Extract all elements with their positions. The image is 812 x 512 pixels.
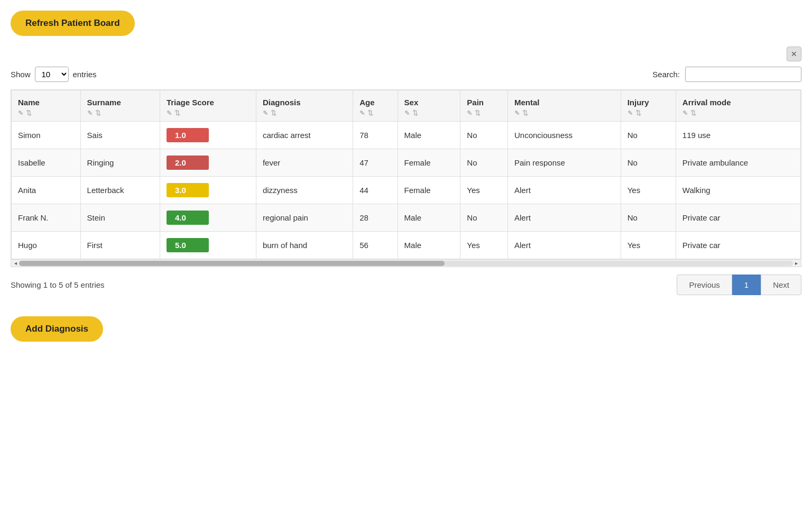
edit-icon-age[interactable]: ✎ [359,109,365,117]
sort-icon-diagnosis[interactable]: ⇅ [271,109,276,117]
col-header-diagnosis: Diagnosis ✎ ⇅ [256,90,353,122]
cell-injury: Yes [621,177,676,204]
search-label: Search: [652,70,680,79]
cell-mental: Unconciousness [508,122,621,149]
sort-icon-injury[interactable]: ⇅ [635,109,641,117]
triage-score-badge: 5.0 [167,238,209,252]
col-header-age: Age ✎ ⇅ [353,90,398,122]
entries-label: entries [73,70,97,79]
edit-icon-arrival[interactable]: ✎ [682,109,688,117]
scrollbar-thumb[interactable] [19,261,445,266]
cell-sex: Male [398,232,460,259]
close-icon: ✕ [791,50,797,58]
cell-arrival_mode: Private car [676,204,800,232]
sort-icon-sex[interactable]: ⇅ [412,109,418,117]
cell-surname: Sais [80,122,160,149]
cell-surname: Letterback [80,177,160,204]
cell-diagnosis: burn of hand [256,232,353,259]
cell-diagnosis: dizzyness [256,177,353,204]
sort-icon-surname[interactable]: ⇅ [95,109,101,117]
add-diagnosis-button[interactable]: Add Diagnosis [11,316,103,342]
search-area: Search: [652,67,801,82]
cell-pain: Yes [460,177,508,204]
triage-score-badge: 2.0 [167,156,209,170]
cell-arrival_mode: Private car [676,232,800,259]
page-1-button[interactable]: 1 [732,275,761,295]
patient-table-wrapper: Name ✎ ⇅ Surname ✎ ⇅ [11,89,801,267]
entries-select[interactable]: 10 25 50 100 [35,67,69,82]
cell-arrival_mode: 119 use [676,122,800,149]
sort-icon-age[interactable]: ⇅ [367,109,373,117]
scrollbar-track[interactable] [19,261,793,266]
cell-name: Frank N. [12,204,81,232]
show-label: Show [11,70,31,79]
scroll-right-arrow[interactable]: ▸ [793,260,800,266]
edit-icon-sex[interactable]: ✎ [404,109,410,117]
edit-icon-surname[interactable]: ✎ [87,109,93,117]
edit-icon-triage[interactable]: ✎ [167,109,172,117]
cell-diagnosis: fever [256,149,353,177]
cell-mental: Alert [508,177,621,204]
cell-name: Simon [12,122,81,149]
cell-mental: Pain response [508,149,621,177]
sort-icon-triage[interactable]: ⇅ [174,109,180,117]
close-icon-button[interactable]: ✕ [787,47,801,61]
cell-arrival_mode: Private ambulance [676,149,800,177]
showing-entries-text: Showing 1 to 5 of 5 entries [11,280,105,289]
cell-arrival_mode: Walking [676,177,800,204]
cell-diagnosis: cardiac arrest [256,122,353,149]
table-row: SimonSais1.0cardiac arrest78MaleNoUnconc… [12,122,801,149]
cell-injury: No [621,204,676,232]
cell-injury: No [621,122,676,149]
horizontal-scrollbar[interactable]: ◂ ▸ [11,259,801,267]
cell-mental: Alert [508,232,621,259]
edit-icon-mental[interactable]: ✎ [514,109,520,117]
cell-pain: No [460,149,508,177]
cell-pain: No [460,122,508,149]
table-footer: Showing 1 to 5 of 5 entries Previous 1 N… [11,275,801,295]
previous-button[interactable]: Previous [677,275,732,295]
cell-triage_score: 5.0 [160,232,256,259]
col-header-injury: Injury ✎ ⇅ [621,90,676,122]
cell-age: 44 [353,177,398,204]
refresh-patient-board-button[interactable]: Refresh Patient Board [11,11,135,36]
triage-score-badge: 3.0 [167,183,209,197]
search-input[interactable] [685,67,801,82]
scroll-left-arrow[interactable]: ◂ [12,260,19,266]
table-row: AnitaLetterback3.0dizzyness44FemaleYesAl… [12,177,801,204]
cell-sex: Female [398,177,460,204]
cell-surname: Stein [80,204,160,232]
edit-icon-diagnosis[interactable]: ✎ [263,109,268,117]
cell-sex: Male [398,122,460,149]
cell-age: 28 [353,204,398,232]
col-header-name: Name ✎ ⇅ [12,90,81,122]
cell-surname: First [80,232,160,259]
cell-name: Hugo [12,232,81,259]
cell-sex: Female [398,149,460,177]
col-header-mental: Mental ✎ ⇅ [508,90,621,122]
next-button[interactable]: Next [761,275,801,295]
cell-triage_score: 4.0 [160,204,256,232]
cell-diagnosis: regional pain [256,204,353,232]
cell-injury: No [621,149,676,177]
cell-triage_score: 2.0 [160,149,256,177]
cell-triage_score: 1.0 [160,122,256,149]
cell-pain: Yes [460,232,508,259]
sort-icon-name[interactable]: ⇅ [26,109,32,117]
cell-age: 78 [353,122,398,149]
edit-icon-pain[interactable]: ✎ [467,109,472,117]
table-controls: Show 10 25 50 100 entries Search: [11,67,801,82]
col-header-arrival-mode: Arrival mode ✎ ⇅ [676,90,800,122]
sort-icon-pain[interactable]: ⇅ [475,109,481,117]
col-header-sex: Sex ✎ ⇅ [398,90,460,122]
cell-pain: No [460,204,508,232]
triage-score-badge: 1.0 [167,128,209,142]
edit-icon-injury[interactable]: ✎ [628,109,633,117]
edit-icon-name[interactable]: ✎ [18,109,23,117]
patient-table: Name ✎ ⇅ Surname ✎ ⇅ [11,90,801,259]
sort-icon-mental[interactable]: ⇅ [522,109,528,117]
pagination-controls: Previous 1 Next [677,275,801,295]
sort-icon-arrival[interactable]: ⇅ [690,109,696,117]
cell-surname: Ringing [80,149,160,177]
cell-name: Anita [12,177,81,204]
